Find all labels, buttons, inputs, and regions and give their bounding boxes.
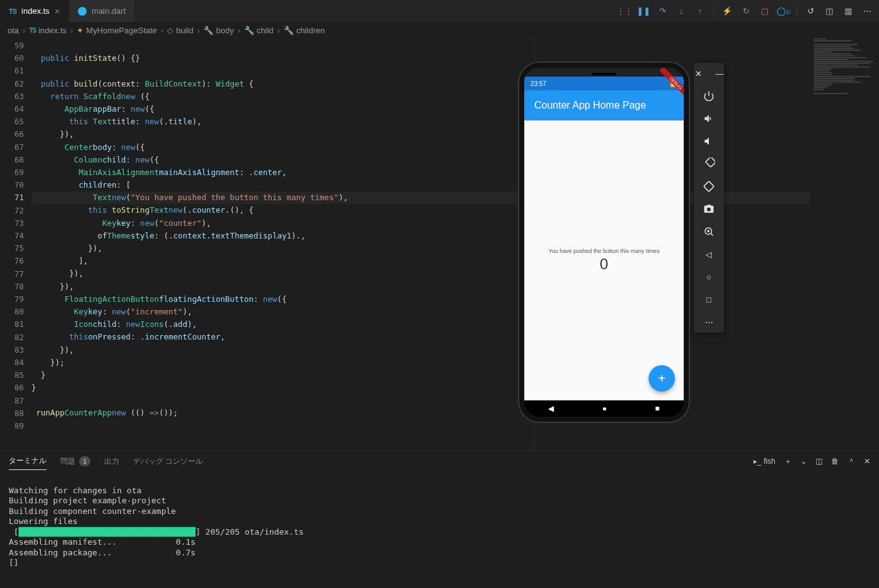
breadcrumb: ota › TSindex.ts › ✦MyHomePageState › ◇b… (0, 22, 879, 38)
restart-icon[interactable]: ↻ (740, 6, 752, 17)
code-content[interactable]: public initState() {} public build(conte… (31, 38, 879, 451)
kill-terminal-icon[interactable]: 🗑 (831, 457, 839, 466)
method-icon: ◇ (167, 26, 173, 35)
chevron-right-icon: › (70, 26, 73, 35)
chevron-right-icon: › (278, 26, 280, 35)
terminal-icon: ▸_ (753, 457, 762, 466)
body-text: You have pushed the button this many tim… (549, 248, 660, 254)
svg-rect-2 (704, 181, 714, 191)
maximize-panel-icon[interactable]: ＾ (848, 456, 855, 467)
step-over-icon[interactable]: ↷ (657, 6, 668, 17)
chevron-right-icon: › (197, 26, 200, 35)
split-editor-icon[interactable]: ◫ (824, 6, 835, 17)
phone-frame: 23:57 📶 DEBUG Counter App Home Page You … (519, 63, 689, 422)
panel-tab-terminal[interactable]: ターミナル (9, 452, 46, 470)
terminal-shell-select[interactable]: ▸_fish (753, 457, 775, 466)
rotate-right-icon[interactable] (702, 179, 716, 193)
more-options-icon[interactable]: ⋯ (702, 315, 716, 329)
recents-icon[interactable]: ■ (655, 404, 659, 413)
breadcrumb-item[interactable]: 🔧body (203, 26, 234, 35)
layout-icon[interactable]: ▥ (843, 6, 854, 17)
close-panel-icon[interactable]: ✕ (864, 457, 870, 466)
panel-tab-problems[interactable]: 問題1 (60, 453, 90, 470)
hot-reload-icon[interactable]: ⚡ (721, 6, 733, 17)
devtools-icon[interactable]: ◯⌕ (778, 6, 789, 17)
step-into-icon[interactable]: ↓ (676, 6, 687, 17)
svg-rect-1 (706, 158, 715, 167)
status-time: 23:57 (531, 80, 546, 87)
panel-tab-debug-console[interactable]: デバッグ コンソール (133, 453, 203, 470)
nav-back-icon[interactable]: ◁ (702, 247, 716, 261)
typescript-icon: TS (9, 8, 16, 15)
more-icon[interactable]: ⋯ (861, 6, 873, 17)
chevron-right-icon: › (237, 26, 240, 35)
breadcrumb-item[interactable]: ota (8, 26, 19, 35)
property-icon: 🔧 (244, 26, 254, 35)
nav-overview-icon[interactable]: □ (702, 292, 716, 306)
chevron-right-icon: › (23, 26, 25, 35)
tab-index-ts[interactable]: TS index.ts × (0, 0, 69, 22)
new-terminal-icon[interactable]: ＋ (784, 456, 792, 467)
tab-label: index.ts (21, 6, 50, 16)
minimize-emulator-icon[interactable]: — (713, 67, 726, 80)
power-icon[interactable] (702, 89, 716, 103)
typescript-icon: TS (29, 27, 36, 34)
rotate-left-icon[interactable] (702, 157, 716, 171)
bottom-panel: ターミナル 問題1 出力 デバッグ コンソール ▸_fish ＋ ⌄ ◫ 🗑 ＾… (0, 451, 879, 588)
app-title: Counter App Home Page (534, 100, 646, 111)
android-status-bar: 23:57 📶 DEBUG (524, 77, 684, 90)
breadcrumb-item[interactable]: ◇build (167, 26, 193, 35)
editor-tab-bar: TS index.ts × main.dart ⋮⋮ ❚❚ ↷ ↓ ↑ ⚡ ↻ … (0, 0, 879, 22)
screenshot-icon[interactable] (702, 202, 716, 216)
android-nav-bar: ◀ ● ■ (524, 400, 684, 417)
tab-label: main.dart (92, 6, 126, 16)
editor[interactable]: 5960616263646566676869707172737475767778… (0, 38, 879, 451)
breadcrumb-item[interactable]: 🔧child (244, 26, 274, 35)
drag-handle-icon[interactable]: ⋮⋮ (619, 6, 630, 17)
breadcrumb-item[interactable]: 🔧children (284, 26, 325, 35)
terminal-output[interactable]: Watching for changes in ota Building pro… (0, 471, 879, 582)
chevron-right-icon: › (161, 26, 163, 35)
property-icon: 🔧 (284, 26, 294, 35)
app-bar: Counter App Home Page (524, 90, 684, 120)
panel-tab-bar: ターミナル 問題1 出力 デバッグ コンソール ▸_fish ＋ ⌄ ◫ 🗑 ＾… (0, 451, 879, 471)
close-emulator-icon[interactable]: ✕ (691, 67, 705, 80)
property-icon: 🔧 (203, 26, 213, 35)
svg-line-4 (711, 233, 713, 236)
breadcrumb-item[interactable]: TSindex.ts (29, 26, 67, 35)
dart-icon (78, 7, 87, 16)
problems-count-badge: 1 (79, 456, 90, 466)
pause-icon[interactable]: ❚❚ (638, 6, 649, 17)
volume-up-icon[interactable] (702, 112, 716, 126)
phone-screen[interactable]: 23:57 📶 DEBUG Counter App Home Page You … (524, 77, 684, 400)
zoom-icon[interactable] (702, 225, 716, 238)
emulator-toolbar: ✕ — ◁ ○ □ ⋯ (694, 63, 724, 333)
stop-icon[interactable]: ▢ (759, 6, 770, 17)
breadcrumb-item[interactable]: ✦MyHomePageState (77, 26, 157, 35)
class-icon: ✦ (77, 26, 84, 35)
panel-tab-output[interactable]: 出力 (104, 453, 119, 470)
android-emulator: 23:57 📶 DEBUG Counter App Home Page You … (519, 63, 689, 422)
volume-down-icon[interactable] (702, 134, 716, 148)
app-body: You have pushed the button this many tim… (524, 120, 684, 400)
back-icon[interactable]: ◀ (548, 404, 554, 413)
counter-value: 0 (600, 255, 608, 273)
home-icon[interactable]: ● (602, 404, 607, 413)
split-terminal-icon[interactable]: ◫ (816, 457, 822, 466)
history-icon[interactable]: ↺ (805, 6, 816, 17)
minimap[interactable] (810, 38, 879, 451)
close-icon[interactable]: × (55, 7, 60, 16)
step-out-icon[interactable]: ↑ (694, 6, 706, 17)
debug-toolbar: ⋮⋮ ❚❚ ↷ ↓ ↑ ⚡ ↻ ▢ ◯⌕ ↺ ◫ ▥ ⋯ (613, 0, 879, 22)
nav-home-icon[interactable]: ○ (702, 270, 716, 284)
line-number-gutter: 5960616263646566676869707172737475767778… (0, 38, 31, 451)
split-terminal-dropdown-icon[interactable]: ⌄ (801, 457, 807, 466)
tab-main-dart[interactable]: main.dart (69, 0, 135, 22)
fab-increment[interactable]: + (649, 365, 675, 392)
